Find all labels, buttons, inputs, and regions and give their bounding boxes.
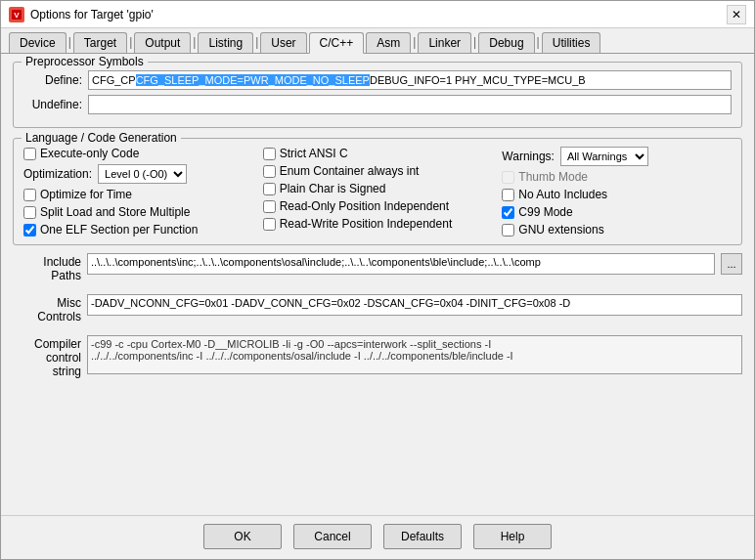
defaults-button[interactable]: Defaults (383, 524, 462, 549)
preprocessor-group: Preprocessor Symbols Define: CFG_CP CFG_… (13, 62, 742, 128)
warnings-select[interactable]: All Warnings No Warnings (560, 147, 648, 166)
thumb-mode-row: Thumb Mode (502, 170, 732, 184)
define-highlight: CFG_SLEEP_MODE=PWR_MODE_NO_SLEEP (136, 74, 370, 86)
optimization-select[interactable]: Level 0 (-O0) Level 1 (-O1) Level 2 (-O2… (98, 164, 187, 184)
tab-asm[interactable]: Asm (366, 32, 411, 53)
tab-sep-3: | (193, 32, 196, 53)
one-elf-row: One ELF Section per Function (23, 223, 253, 237)
compiler-control-input[interactable]: -c99 -c -cpu Cortex-M0 -D__MICROLIB -li … (87, 335, 742, 374)
close-button[interactable]: ✕ (727, 5, 746, 24)
include-paths-browse-button[interactable]: ... (721, 253, 742, 275)
tab-sep-5: | (413, 32, 416, 53)
svg-text:V: V (14, 11, 20, 20)
compiler-control-label: Compiler control string (13, 337, 81, 378)
define-input[interactable]: CFG_CP CFG_SLEEP_MODE=PWR_MODE_NO_SLEEP … (88, 70, 732, 90)
define-row: Define: CFG_CP CFG_SLEEP_MODE=PWR_MODE_N… (23, 70, 732, 90)
enum-container-label: Enum Container always int (280, 164, 420, 178)
optimization-row: Execute-only Code (23, 147, 253, 160)
c99-mode-row: C99 Mode (502, 205, 732, 219)
strict-ansi-checkbox[interactable] (263, 148, 276, 160)
compiler-control-row: Compiler control string -c99 -c -cpu Cor… (13, 335, 742, 378)
plain-char-label: Plain Char is Signed (280, 182, 386, 195)
optimize-time-row: Optimize for Time (23, 188, 253, 201)
split-load-checkbox[interactable] (23, 206, 36, 219)
tab-sep-1: | (68, 32, 71, 53)
strict-ansi-row: Strict ANSI C (263, 147, 493, 160)
help-button[interactable]: Help (473, 524, 552, 549)
one-elf-checkbox[interactable] (23, 224, 36, 237)
undefine-row: Undefine: (23, 95, 732, 114)
split-load-label: Split Load and Store Multiple (40, 205, 190, 219)
read-write-pos-label: Read-Write Position Independent (280, 217, 453, 231)
tab-bar: Device | Target | Output | Listing | Use… (1, 28, 754, 54)
tab-output[interactable]: Output (134, 32, 191, 53)
dialog-title: Options for Target 'gpio' (30, 8, 721, 22)
tab-sep-7: | (537, 32, 540, 53)
undefine-input[interactable] (88, 95, 732, 114)
enum-container-checkbox[interactable] (263, 165, 276, 178)
no-auto-includes-row: No Auto Includes (502, 188, 732, 201)
warnings-row: Warnings: All Warnings No Warnings (502, 147, 732, 166)
title-bar: V Options for Target 'gpio' ✕ (1, 1, 754, 28)
undefine-label: Undefine: (23, 98, 82, 111)
tab-target[interactable]: Target (73, 32, 127, 53)
plain-char-checkbox[interactable] (263, 183, 276, 195)
execute-only-checkbox-row: Execute-only Code (23, 147, 139, 160)
warnings-label: Warnings: (502, 150, 555, 163)
dialog: V Options for Target 'gpio' ✕ Device | T… (0, 0, 755, 560)
tab-device[interactable]: Device (9, 32, 67, 53)
optimization-label: Optimization: (23, 167, 92, 181)
include-paths-value: ..\..\..\components\inc;..\..\..\compone… (91, 256, 541, 268)
opt-level-row: Optimization: Level 0 (-O0) Level 1 (-O1… (23, 164, 253, 184)
optimize-time-checkbox[interactable] (23, 189, 36, 201)
main-content: Preprocessor Symbols Define: CFG_CP CFG_… (1, 54, 754, 515)
split-load-row: Split Load and Store Multiple (23, 205, 253, 219)
tab-sep-6: | (473, 32, 476, 53)
tab-user[interactable]: User (260, 32, 306, 53)
tab-debug[interactable]: Debug (478, 32, 534, 53)
read-only-pos-row: Read-Only Position Independent (263, 199, 493, 213)
execute-only-label: Execute-only Code (40, 147, 139, 160)
read-write-pos-row: Read-Write Position Independent (263, 217, 493, 231)
strict-ansi-label: Strict ANSI C (280, 147, 348, 160)
c99-mode-checkbox[interactable] (502, 206, 514, 219)
plain-char-row: Plain Char is Signed (263, 182, 493, 195)
define-rest-text: DEBUG_INFO=1 PHY_MCU_TYPE=MCU_B (370, 74, 586, 86)
language-group: Language / Code Generation Execute-only … (13, 138, 742, 245)
one-elf-label: One ELF Section per Function (40, 223, 198, 237)
no-auto-includes-label: No Auto Includes (518, 188, 607, 201)
thumb-mode-label: Thumb Mode (518, 170, 588, 184)
compiler-control-line1: -c99 -c -cpu Cortex-M0 -D__MICROLIB -li … (91, 338, 738, 350)
bottom-buttons: OK Cancel Defaults Help (1, 515, 754, 559)
gnu-extensions-label: GNU extensions (518, 223, 603, 237)
enum-container-row: Enum Container always int (263, 164, 493, 178)
define-plain-text: CFG_CP (92, 74, 136, 86)
misc-controls-row: Misc Controls -DADV_NCONN_CFG=0x01 -DADV… (13, 294, 742, 323)
optimize-time-label: Optimize for Time (40, 188, 132, 201)
read-only-pos-checkbox[interactable] (263, 200, 276, 213)
misc-controls-input[interactable]: -DADV_NCONN_CFG=0x01 -DADV_CONN_CFG=0x02… (87, 294, 742, 316)
tab-sep-4: | (255, 32, 258, 53)
tab-utilities[interactable]: Utilities (542, 32, 601, 53)
execute-only-checkbox[interactable] (23, 148, 36, 160)
misc-controls-value: -DADV_NCONN_CFG=0x01 -DADV_CONN_CFG=0x02… (91, 297, 570, 309)
read-only-pos-label: Read-Only Position Independent (280, 199, 449, 213)
tab-cpp[interactable]: C/C++ (309, 32, 365, 54)
tab-sep-2: | (129, 32, 132, 53)
thumb-mode-checkbox[interactable] (502, 171, 514, 184)
language-group-label: Language / Code Generation (22, 131, 181, 145)
tab-listing[interactable]: Listing (198, 32, 253, 53)
preprocessor-group-label: Preprocessor Symbols (22, 55, 148, 68)
read-write-pos-checkbox[interactable] (263, 218, 276, 231)
no-auto-includes-checkbox[interactable] (502, 189, 514, 201)
gnu-extensions-checkbox[interactable] (502, 224, 514, 237)
compiler-control-line2: ../../../components/inc -I ../../../comp… (91, 350, 738, 362)
include-paths-input[interactable]: ..\..\..\components\inc;..\..\..\compone… (87, 253, 715, 275)
ok-button[interactable]: OK (203, 524, 282, 549)
c99-mode-label: C99 Mode (518, 205, 572, 219)
tab-linker[interactable]: Linker (418, 32, 471, 53)
misc-controls-label: Misc Controls (13, 296, 81, 323)
include-paths-label: Include Paths (13, 255, 81, 282)
gnu-extensions-row: GNU extensions (502, 223, 732, 237)
cancel-button[interactable]: Cancel (293, 524, 372, 549)
